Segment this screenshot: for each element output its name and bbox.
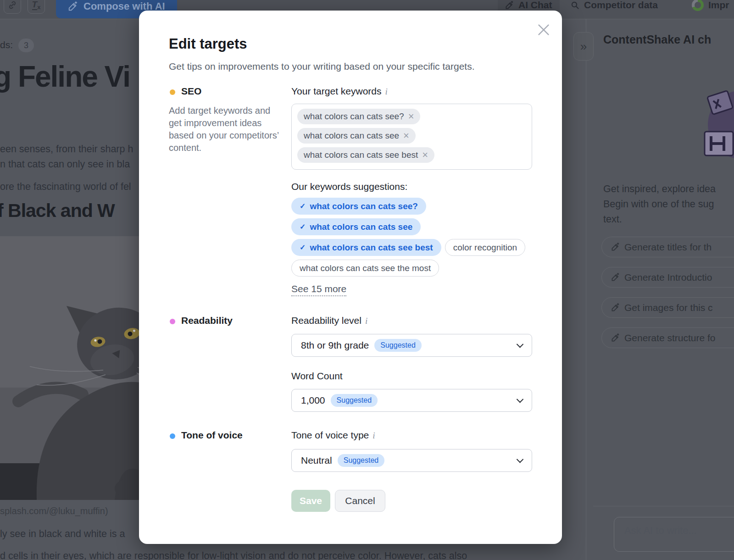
clear-formatting-button[interactable]: Tx (28, 0, 45, 14)
pencil-sparkle-icon (611, 303, 620, 312)
get-images-button[interactable]: Get images for this c (601, 297, 734, 318)
panel-intro-text: Get inspired, explore idea (603, 183, 716, 195)
check-icon: ✓ (300, 202, 306, 211)
tone-dot-icon (170, 433, 175, 439)
target-keywords-field[interactable]: what colors can cats see? × what colors … (291, 104, 532, 170)
modal-title: Edit targets (169, 36, 247, 52)
readability-dot-icon (170, 319, 175, 324)
generate-titles-button[interactable]: Generate titles for th (601, 237, 734, 257)
check-icon: ✓ (300, 243, 306, 252)
target-keywords-label: Your target keywordsi (291, 86, 388, 97)
remove-keyword-icon[interactable]: × (408, 111, 414, 122)
pencil-sparkle-icon (611, 333, 620, 342)
seo-description: Add target keywords and get improvement … (169, 105, 281, 154)
generate-structure-button[interactable]: Generate structure fo (601, 327, 734, 348)
chevron-down-icon (517, 340, 524, 348)
article-paragraph: ly see in black and white is a (0, 528, 125, 540)
keyword-suggestions: ✓ what colors can cats see? ✓ what color… (291, 198, 525, 277)
remove-keyword-icon[interactable]: × (403, 131, 409, 141)
chevron-down-icon (517, 395, 524, 403)
image-caption: splash.com/@luku_muffin) (0, 506, 108, 516)
readability-level-label: Readability leveli (291, 315, 367, 326)
article-paragraph: een senses, from their sharp h (0, 144, 133, 155)
tab-competitor-data-label: Competitor data (584, 0, 658, 11)
generate-introduction-button[interactable]: Generate Introductio (601, 267, 734, 288)
search-icon (571, 1, 579, 10)
panel-title: ContentShake AI ch (603, 33, 711, 46)
article-subheading: f Black and W (0, 200, 115, 222)
keyword-chip: what colors can cats see × (297, 128, 416, 144)
link-icon (8, 0, 17, 10)
word-count-label: Word Count (291, 371, 343, 382)
article-heading: g Feline Vi (0, 60, 130, 94)
tone-section-label: Tone of voice (181, 430, 243, 441)
suggested-badge: Suggested (331, 394, 378, 407)
cancel-button[interactable]: Cancel (335, 490, 385, 512)
article-paragraph: ore the fascinating world of fel (0, 181, 131, 193)
close-button[interactable] (536, 22, 551, 37)
tab-improve[interactable]: Impr (692, 0, 729, 15)
pencil-sparkle-icon (611, 273, 620, 282)
pencil-sparkle-icon (68, 1, 78, 11)
tab-improve-label: Impr (708, 0, 729, 11)
check-icon: ✓ (300, 222, 306, 231)
remove-keyword-icon[interactable]: × (422, 150, 428, 160)
save-button[interactable]: Save (291, 490, 330, 512)
suggestion-pill-selected[interactable]: ✓ what colors can cats see best (291, 239, 441, 256)
readability-section-label: Readability (181, 315, 233, 326)
tab-competitor-data[interactable]: Competitor data (563, 0, 665, 15)
info-icon[interactable]: i (365, 316, 367, 326)
suggestion-pill-selected[interactable]: ✓ what colors can cats see? (291, 198, 426, 215)
tab-ai-chat-label: AI Chat (518, 0, 552, 11)
mascot-illustration (701, 88, 734, 161)
see-more-link[interactable]: See 15 more (291, 283, 346, 296)
chevron-down-icon (517, 455, 524, 463)
suggestion-pill[interactable]: color recognition (445, 239, 525, 256)
pencil-sparkle-icon (611, 243, 620, 251)
keyword-chip: what colors can cats see? × (297, 109, 420, 124)
info-icon[interactable]: i (373, 431, 375, 440)
modal-subtitle: Get tips on improvements to your writing… (169, 61, 474, 72)
suggested-badge: Suggested (338, 454, 385, 467)
keywords-counter-label: ds: (0, 39, 13, 50)
suggestion-pill[interactable]: what colors can cats see the most (291, 260, 439, 277)
keyword-chip: what colors can cats see best × (297, 147, 434, 163)
tone-type-select[interactable]: Neutral Suggested (291, 449, 532, 472)
edit-targets-modal: Edit targets Get tips on improvements to… (139, 11, 562, 544)
suggested-badge: Suggested (374, 339, 422, 352)
panel-divider (586, 19, 586, 560)
pencil-sparkle-icon (505, 1, 514, 10)
clear-formatting-icon: Tx (32, 0, 41, 11)
keywords-counter-badge: 3 (18, 39, 34, 52)
seo-dot-icon (170, 89, 175, 95)
article-paragraph: d cells in their eyes, which are respons… (0, 550, 467, 560)
cat-photo (0, 236, 140, 500)
suggestion-pill-selected[interactable]: ✓ what colors can cats see (291, 218, 421, 235)
readability-level-select[interactable]: 8th or 9th grade Suggested (291, 334, 532, 357)
close-icon (538, 24, 550, 36)
panel-intro-text: Begin with one of the sug (603, 199, 714, 210)
score-ring-icon (692, 0, 704, 11)
panel-footer-divider (593, 506, 734, 506)
ask-ai-input[interactable] (614, 517, 734, 552)
info-icon[interactable]: i (385, 87, 388, 96)
collapse-panel-button[interactable]: » (573, 32, 594, 61)
keyword-suggestions-label: Our keywords suggestions: (291, 181, 407, 192)
tone-type-label: Tone of voice typei (291, 430, 375, 441)
panel-intro-text: text. (603, 214, 622, 225)
seo-section-label: SEO (181, 86, 201, 97)
chevron-double-right-icon: » (580, 39, 587, 54)
insert-link-button[interactable] (4, 0, 21, 14)
word-count-select[interactable]: 1,000 Suggested (291, 389, 532, 412)
article-paragraph: n that cats can only see in bla (0, 159, 130, 170)
